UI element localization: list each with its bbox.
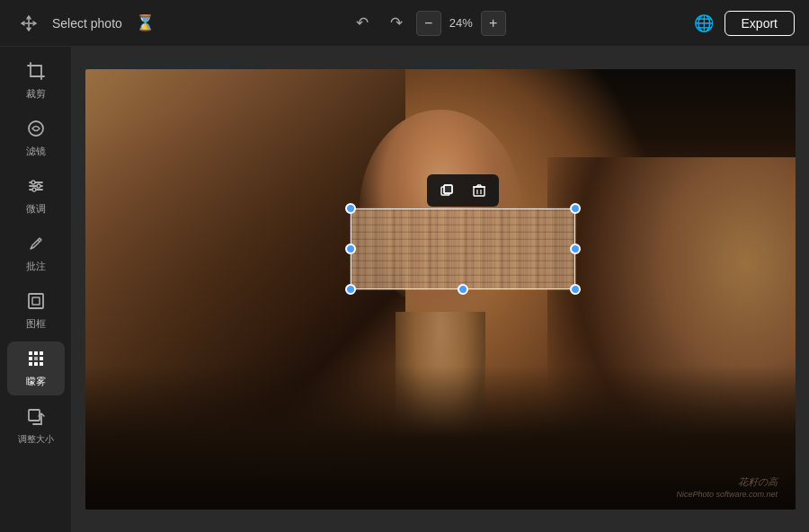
handle-top-right[interactable] [570,203,581,214]
language-icon[interactable]: 🌐 [694,13,714,33]
sidebar-item-annotate[interactable]: 批注 [7,226,65,280]
svg-rect-17 [34,362,38,366]
main-area: 裁剪 滤镜 微调 [0,47,809,532]
svg-rect-21 [444,185,452,193]
svg-rect-14 [34,357,38,360]
sidebar-item-adjust[interactable]: 微调 [7,169,65,223]
duplicate-selection-button[interactable] [434,178,459,203]
topbar-right: 🌐 Export [694,11,795,36]
sidebar-item-label-crop: 裁剪 [26,87,46,101]
move-tool-button[interactable] [14,9,43,38]
select-photo-label: Select photo [52,16,122,31]
svg-point-6 [32,188,36,191]
sidebar-item-crop[interactable]: 裁剪 [7,54,65,108]
svg-rect-19 [29,410,40,421]
export-button[interactable]: Export [725,11,795,36]
svg-rect-18 [40,362,43,366]
selection-box[interactable] [351,208,575,289]
undo-button[interactable]: ↶ [348,9,377,38]
frame-icon [26,291,46,314]
svg-point-5 [37,184,40,188]
svg-rect-15 [40,357,43,360]
watermark: 花籽の高 NicePhoto software.com.net [676,475,778,501]
svg-rect-8 [29,294,43,308]
watermark-line1: 花籽の高 [676,475,778,489]
sidebar-item-label-mosaic: 矇雾 [26,375,46,388]
svg-rect-11 [34,351,38,355]
resize-icon [26,407,46,430]
annotate-icon [26,234,46,256]
handle-mid-left[interactable] [345,244,356,254]
zoom-out-button[interactable]: − [416,11,441,36]
crop-icon [26,61,46,84]
svg-rect-12 [40,351,43,355]
history-button[interactable]: ⌛ [131,9,160,38]
canvas-area[interactable]: 花籽の高 NicePhoto software.com.net [72,47,809,532]
svg-line-7 [38,240,40,242]
watermark-line2: NicePhoto software.com.net [676,489,778,501]
zoom-value: 24% [445,16,477,30]
svg-rect-23 [474,187,485,196]
svg-rect-13 [29,357,32,360]
sidebar-item-label-filter: 滤镜 [26,145,46,158]
mosaic-icon [26,349,46,371]
sidebar-item-label-annotate: 批注 [26,260,46,273]
topbar-left: Select photo ⌛ [14,9,160,38]
selection-toolbar [427,174,499,207]
zoom-in-button[interactable]: + [481,11,506,36]
sidebar: 裁剪 滤镜 微调 [0,47,72,532]
filter-icon [26,119,46,141]
handle-bottom-right[interactable] [570,284,581,295]
sidebar-item-label-frame: 图框 [26,317,46,331]
svg-point-0 [29,121,43,136]
svg-rect-16 [29,362,32,366]
sidebar-item-resize[interactable]: 调整大小 [7,399,65,453]
zoom-control: − 24% + [416,11,506,36]
delete-selection-button[interactable] [467,178,492,203]
handle-bottom-center[interactable] [458,284,468,295]
adjust-icon [26,176,46,199]
selection-border [351,208,575,289]
svg-rect-10 [29,351,32,355]
redo-button[interactable]: ↷ [382,9,411,38]
sidebar-item-label-adjust: 微调 [26,202,46,216]
topbar: Select photo ⌛ ↶ ↷ − 24% + 🌐 Export [0,0,809,47]
sidebar-item-frame[interactable]: 图框 [7,284,65,338]
handle-top-left[interactable] [345,203,356,214]
svg-rect-9 [32,297,40,305]
topbar-center: ↶ ↷ − 24% + [348,9,506,38]
sidebar-item-label-resize: 调整大小 [18,433,54,446]
sidebar-item-filter[interactable]: 滤镜 [7,111,65,165]
photo-background: 花籽の高 NicePhoto software.com.net [85,69,796,510]
handle-bottom-left[interactable] [345,284,356,295]
select-photo-button[interactable]: Select photo [52,16,122,31]
photo-canvas: 花籽の高 NicePhoto software.com.net [85,69,796,510]
svg-point-4 [31,181,35,184]
handle-mid-right[interactable] [570,244,581,254]
sidebar-item-mosaic[interactable]: 矇雾 [7,341,65,395]
